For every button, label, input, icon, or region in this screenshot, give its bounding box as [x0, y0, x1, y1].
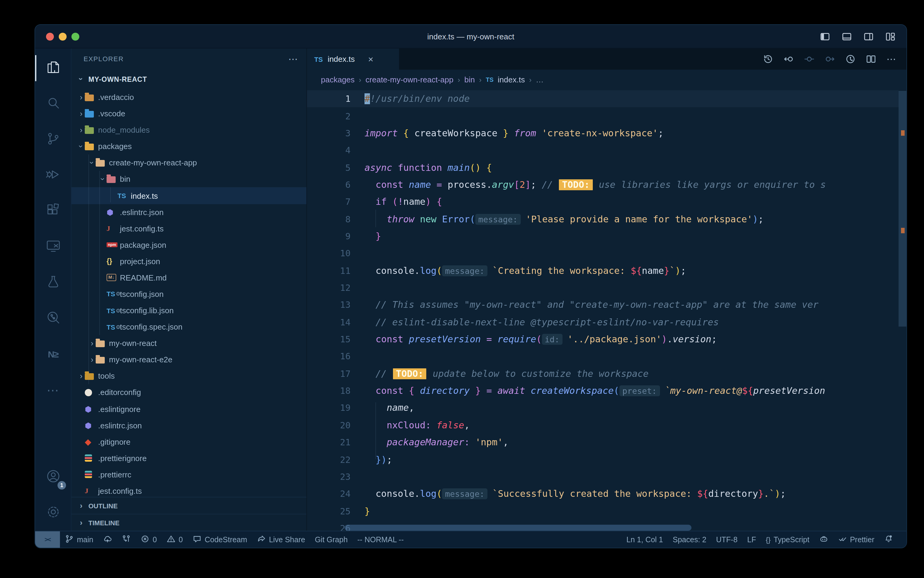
code-editor[interactable]: 1#!/usr/bin/env node23import { createWor…	[307, 90, 906, 531]
code-line-17[interactable]: 17 // TODO: update below to customize th…	[307, 365, 906, 382]
nav-none-icon[interactable]	[804, 54, 814, 64]
layout-sidebar-right-icon[interactable]	[863, 31, 874, 42]
tree-item--vscode[interactable]: ›.vscode	[71, 106, 306, 122]
tree-item-readme-md[interactable]: M↓README.md	[71, 270, 306, 286]
code-line-24[interactable]: 24 console.log(message:`Successfully cre…	[307, 485, 906, 503]
status-language-mode[interactable]: {}TypeScript	[761, 531, 814, 548]
tree-item-project-json[interactable]: {}project.json	[71, 253, 306, 270]
status-git-branch[interactable]: main	[60, 531, 98, 548]
tree-item--gitignore[interactable]: ◆.gitignore	[71, 434, 306, 450]
activity-item-search[interactable]	[35, 86, 71, 122]
outline-section-header[interactable]: › OUTLINE	[71, 497, 306, 514]
status-git-graph[interactable]: Git Graph	[310, 531, 353, 548]
nav-back-icon[interactable]	[783, 54, 794, 64]
tree-item--editorconfig[interactable]: .editorconfig	[71, 385, 306, 401]
breadcrumb-item[interactable]: create-my-own-react-app	[366, 75, 453, 84]
code-line-16[interactable]: 16	[307, 348, 906, 365]
activity-item-settings[interactable]	[35, 495, 71, 531]
tree-item-tsconfig-json[interactable]: TS⚙tsconfig.json	[71, 286, 306, 302]
code-line-14[interactable]: 14 // eslint-disable-next-line @typescri…	[307, 313, 906, 331]
status-problems-errors[interactable]: 0	[136, 531, 162, 548]
layout-sidebar-left-icon[interactable]	[820, 31, 830, 42]
status-indentation[interactable]: Spaces: 2	[668, 531, 711, 548]
layout-grid-icon[interactable]	[885, 31, 895, 42]
activity-item-more[interactable]: ⋯	[35, 372, 71, 408]
status-eol[interactable]: LF	[742, 531, 761, 548]
explorer-more-actions-button[interactable]: ⋯	[288, 53, 298, 65]
tree-item-packages[interactable]: ›packages	[71, 138, 306, 154]
code-line-19[interactable]: 19 name,	[307, 399, 906, 417]
activity-item-nx-console[interactable]: N≥	[35, 336, 71, 372]
code-line-1[interactable]: 1#!/usr/bin/env node	[307, 90, 906, 107]
activity-item-run-debug[interactable]	[35, 157, 71, 193]
horizontal-scrollbar[interactable]	[345, 525, 691, 531]
status-pipeline[interactable]	[117, 531, 136, 548]
tree-item--eslintrc-json[interactable]: ⬢.eslintrc.json	[71, 204, 306, 220]
code-line-12[interactable]: 12	[307, 279, 906, 297]
tree-item-node-modules[interactable]: ›node_modules	[71, 122, 306, 138]
code-line-11[interactable]: 11 console.log(message:`Creating the wor…	[307, 262, 906, 279]
tree-item-tsconfig-lib-json[interactable]: TS⚙tsconfig.lib.json	[71, 302, 306, 319]
tree-item-bin[interactable]: ›bin	[71, 171, 306, 188]
status-vim-mode[interactable]: -- NORMAL --	[353, 531, 408, 548]
status-formatter-prettier[interactable]: Prettier	[833, 531, 879, 548]
code-line-13[interactable]: 13 // This assumes "my-own-react" and "c…	[307, 296, 906, 313]
tree-item--eslintrc-json[interactable]: ⬢.eslintrc.json	[71, 417, 306, 434]
tree-item-create-my-own-react-app[interactable]: ›create-my-own-react-app	[71, 155, 306, 171]
code-line-8[interactable]: 8 throw new Error(message:'Please provid…	[307, 211, 906, 228]
activity-item-gitlens[interactable]	[35, 300, 71, 336]
remote-indicator[interactable]: ><	[35, 531, 60, 548]
code-line-6[interactable]: 6 const name = process.argv[2]; // TODO:…	[307, 176, 906, 193]
tree-item-tools[interactable]: ›tools	[71, 368, 306, 385]
more-actions-icon[interactable]: ⋯	[887, 53, 897, 65]
layout-panel-icon[interactable]	[841, 31, 852, 42]
status-live-share[interactable]: Live Share	[252, 531, 310, 548]
code-line-23[interactable]: 23	[307, 468, 906, 485]
code-line-7[interactable]: 7 if (!name) {	[307, 193, 906, 211]
code-line-5[interactable]: 5async function main() {	[307, 159, 906, 176]
close-window-button[interactable]	[46, 32, 54, 40]
status-codestream[interactable]: CodeStream	[188, 531, 252, 548]
tree-item--prettierignore[interactable]: .prettierignore	[71, 450, 306, 466]
code-line-20[interactable]: 20 nxCloud: false,	[307, 417, 906, 434]
tree-item-jest-config-ts[interactable]: Jjest.config.ts	[71, 220, 306, 237]
code-line-22[interactable]: 22 });	[307, 451, 906, 468]
vertical-scrollbar[interactable]	[898, 91, 906, 326]
git-graph-view-icon[interactable]	[845, 54, 856, 64]
status-problems-warnings[interactable]: 0	[162, 531, 188, 548]
minimize-window-button[interactable]	[59, 32, 66, 40]
code-line-3[interactable]: 3import { createWorkspace } from 'create…	[307, 125, 906, 142]
breadcrumb-item[interactable]: index.ts	[498, 75, 525, 84]
tree-item-package-json[interactable]: npmpackage.json	[71, 237, 306, 253]
split-editor-icon[interactable]	[866, 54, 876, 64]
status-notifications[interactable]	[879, 531, 898, 548]
tree-item-my-own-react-e2e[interactable]: ›my-own-react-e2e	[71, 352, 306, 368]
tab-index-ts[interactable]: TS index.ts ×	[307, 49, 399, 70]
workspace-root-row[interactable]: › MY-OWN-REACT	[71, 69, 306, 89]
tree-item-jest-config-ts[interactable]: Jjest.config.ts	[71, 483, 306, 497]
tree-item-tsconfig-spec-json[interactable]: TS⚙tsconfig.spec.json	[71, 319, 306, 335]
code-line-25[interactable]: 25}	[307, 503, 906, 520]
activity-item-extensions[interactable]	[35, 193, 71, 229]
timeline-section-header[interactable]: › TIMELINE	[71, 514, 306, 531]
close-tab-icon[interactable]: ×	[368, 54, 374, 64]
status-encoding[interactable]: UTF-8	[711, 531, 742, 548]
status-publish-changes[interactable]	[98, 531, 117, 548]
activity-item-accounts[interactable]: 1	[35, 459, 71, 495]
status-cursor-position[interactable]: Ln 1, Col 1	[621, 531, 668, 548]
tree-item-my-own-react[interactable]: ›my-own-react	[71, 335, 306, 351]
code-line-2[interactable]: 2	[307, 107, 906, 125]
activity-item-source-control[interactable]	[35, 122, 71, 157]
nav-forward-icon[interactable]	[825, 54, 835, 64]
tree-item-index-ts[interactable]: TSindex.ts	[71, 188, 306, 204]
activity-item-testing[interactable]	[35, 265, 71, 300]
activity-item-remote-explorer[interactable]	[35, 229, 71, 265]
zoom-window-button[interactable]	[71, 32, 79, 40]
code-line-15[interactable]: 15 const presetVersion = require(id:'../…	[307, 331, 906, 348]
activity-item-explorer[interactable]	[35, 50, 71, 86]
code-line-18[interactable]: 18 const { directory } = await createWor…	[307, 382, 906, 399]
tree-item--eslintignore[interactable]: ⬢.eslintignore	[71, 401, 306, 417]
breadcrumb-item[interactable]: …	[536, 75, 544, 84]
code-line-21[interactable]: 21 packageManager: 'npm',	[307, 434, 906, 451]
timeline-history-icon[interactable]	[763, 54, 773, 64]
